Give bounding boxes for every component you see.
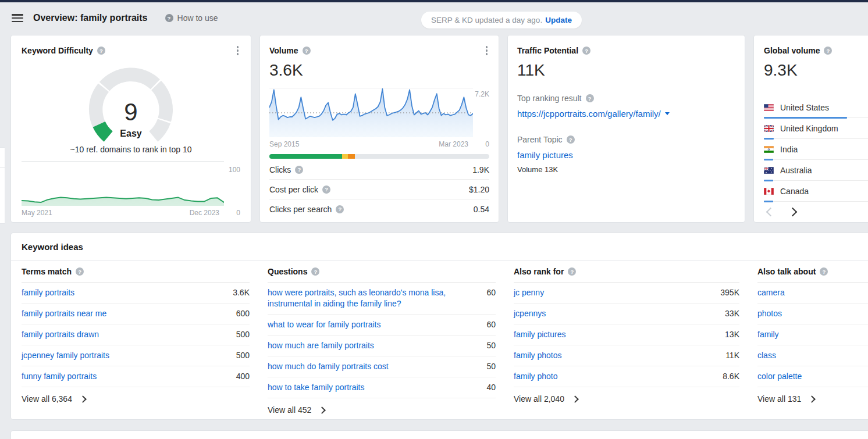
keyword-link[interactable]: what to wear for family portraits [268,319,381,330]
keyword-link[interactable]: how much do family portraits cost [268,361,389,372]
help-icon: ? [165,14,173,22]
country-name: Canada [780,187,809,196]
help-icon[interactable]: ? [336,205,344,213]
view-all-also-talk-about[interactable]: View all 131 [757,387,868,411]
country-name: United States [780,103,829,112]
gv-card-title: Global volume [764,46,820,55]
help-icon[interactable]: ? [586,94,594,102]
volume-metrics: Clicks?1.9KCost per click?$1.20Clicks pe… [269,160,489,219]
parent-topic-link[interactable]: family pictures [517,150,573,160]
keyword-volume: 600 [236,308,250,319]
metric-row: Cost per click?$1.20 [269,179,489,199]
help-icon[interactable]: ? [97,47,105,55]
chevron-right-icon [318,406,326,414]
top-ranking-url[interactable]: https://jcpportraits.com/gallery/family/ [517,109,670,119]
clicks-breakdown-bar [269,154,489,159]
country-row[interactable]: Canada [764,181,868,202]
keyword-link[interactable]: photos [757,308,782,319]
bar-segment [342,154,348,159]
page-title: Overview: family portraits [33,13,148,23]
keyword-volume: 400 [236,371,250,382]
keyword-link[interactable]: jcpennys [514,308,546,319]
help-icon[interactable]: ? [568,267,576,276]
metric-label: Clicks per search [269,205,332,214]
chevron-right-icon [808,395,816,403]
keyword-volume: 395K [720,287,739,298]
country-name: India [780,145,798,154]
country-list: United StatesUnited KingdomIndiaAustrali… [764,97,868,202]
keyword-link[interactable]: how to take family portraits [268,382,365,393]
also-talk-about-column: Also talk about? cameraphotosfamilyclass… [757,260,868,422]
help-icon[interactable]: ? [76,267,84,276]
parent-topic-volume: Volume 13K [517,165,735,174]
kd-axis-start: May 2021 [22,209,52,217]
kebab-menu-icon[interactable] [484,44,490,57]
hamburger-menu-icon[interactable] [12,14,23,22]
kebab-menu-icon[interactable] [235,44,241,57]
keyword-link[interactable]: family photo [514,371,557,382]
metric-label: Cost per click [269,185,318,194]
help-icon[interactable]: ? [582,47,590,55]
column-header: Also rank for [514,267,564,276]
tp-value: 11K [517,61,735,80]
chevron-right-icon [79,395,87,403]
help-icon[interactable]: ? [303,47,311,55]
chevron-left-icon[interactable] [766,208,775,217]
help-icon[interactable]: ? [820,267,828,276]
volume-card: Volume ? 3.6K 7.2K Sep 2015 Mar 2023 0 C… [259,35,499,223]
flag-australia [764,167,774,174]
keyword-row: jcpennys33K [514,304,739,324]
keyword-row: how were portraits, such as leonardo's m… [268,283,496,315]
view-all-questions[interactable]: View all 452 [268,398,496,422]
kd-card-title: Keyword Difficulty [22,46,93,55]
keyword-link[interactable]: funny family portraits [22,371,97,382]
country-row[interactable]: United Kingdom [764,118,868,139]
chevron-right-icon[interactable] [788,208,798,217]
chevron-right-icon [571,395,579,403]
keyword-link[interactable]: camera [757,287,785,298]
questions-column: Questions? how were portraits, such as l… [268,260,496,422]
keyword-link[interactable]: family portraits near me [22,308,106,319]
country-row[interactable]: Australia [764,160,868,181]
help-icon[interactable]: ? [322,185,330,194]
keyword-volume: 40 [486,382,496,393]
keyword-link[interactable]: family portraits drawn [22,329,99,340]
bar-segment [348,154,355,159]
how-to-use-link[interactable]: ? How to use [165,13,218,23]
country-row[interactable]: United States [764,97,868,118]
keyword-link[interactable]: class [757,350,776,361]
view-all-terms-match[interactable]: View all 6,364 [22,387,250,411]
update-button[interactable]: Update [545,16,572,24]
help-icon[interactable]: ? [567,135,575,144]
keyword-link[interactable]: family [757,329,779,340]
global-volume-card: Global volume ? 9.3K United StatesUnited… [753,35,868,223]
keyword-link[interactable]: family pictures [514,329,565,340]
metric-value: $1.20 [469,185,489,194]
top-ranking-label: Top ranking result [517,94,582,103]
metric-value: 0.54 [474,205,489,214]
keyword-link[interactable]: how much are family portraits [268,340,374,351]
keyword-row: jc penny395K [514,283,739,304]
keyword-volume: 50 [486,340,496,351]
keyword-link[interactable]: family photos [514,350,561,361]
help-icon[interactable]: ? [311,267,319,276]
keyword-link[interactable]: family portraits [22,287,74,298]
keyword-row: how much do family portraits cost50 [268,356,496,377]
keyword-link[interactable]: color palette [757,371,802,382]
parent-topic-label: Parent Topic [517,135,563,144]
volume-axis-min: 0 [485,140,489,148]
keyword-volume: 500 [236,329,250,340]
keyword-volume: 13K [725,329,739,340]
volume-trend-chart: 7.2K Sep 2015 Mar 2023 0 [269,88,489,149]
help-icon[interactable]: ? [824,47,832,55]
keyword-row: family portraits near me600 [22,304,250,324]
volume-value: 3.6K [269,61,489,80]
keyword-link[interactable]: how were portraits, such as leonardo's m… [268,287,457,309]
view-all-also-rank-for[interactable]: View all 2,040 [514,387,739,411]
country-row[interactable]: India [764,139,868,160]
help-icon[interactable]: ? [295,166,303,174]
keyword-row: family pictures13K [514,324,739,345]
keyword-link[interactable]: jcpenney family portraits [22,350,109,361]
how-to-use-label: How to use [177,13,218,23]
keyword-link[interactable]: jc penny [514,287,544,298]
